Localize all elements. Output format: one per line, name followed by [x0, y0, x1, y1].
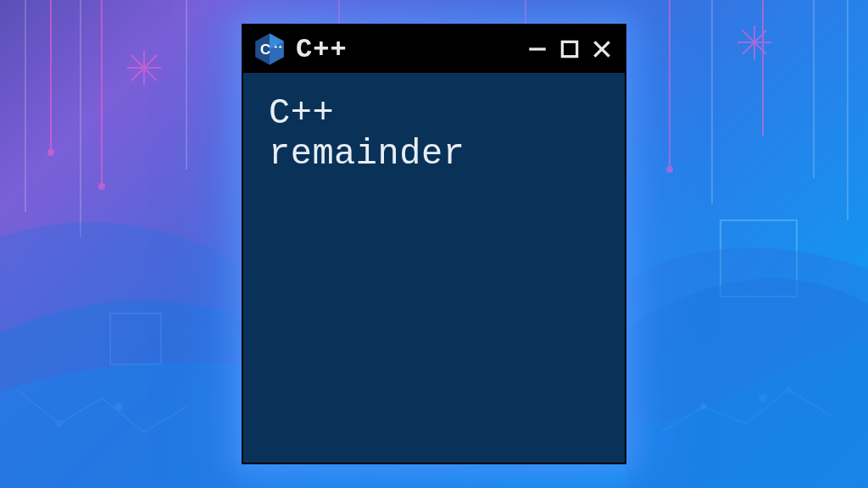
svg-point-6	[48, 150, 53, 155]
content-line-2: remainder	[269, 134, 599, 175]
svg-rect-29	[562, 42, 576, 56]
svg-text:+: +	[279, 44, 282, 50]
svg-point-8	[667, 167, 672, 172]
maximize-button[interactable]	[559, 38, 581, 60]
svg-point-7	[99, 184, 104, 189]
svg-point-17	[115, 403, 122, 410]
minimize-button[interactable]	[526, 38, 548, 60]
terminal-window: C + + C++ C++ remainder	[242, 24, 626, 464]
svg-point-18	[760, 395, 766, 402]
svg-point-19	[701, 404, 706, 409]
svg-rect-15	[721, 220, 797, 297]
svg-point-20	[786, 387, 791, 392]
svg-text:C: C	[260, 42, 270, 58]
terminal-content: C++ remainder	[243, 73, 625, 463]
window-controls	[526, 38, 613, 60]
window-titlebar[interactable]: C + + C++	[243, 25, 625, 73]
close-button[interactable]	[591, 38, 613, 60]
svg-point-21	[57, 421, 62, 426]
svg-text:+: +	[274, 44, 277, 50]
window-title: C++	[296, 34, 518, 65]
svg-rect-16	[110, 313, 161, 364]
cpp-logo-icon: C + +	[252, 31, 287, 67]
content-line-1: C++	[269, 93, 599, 134]
